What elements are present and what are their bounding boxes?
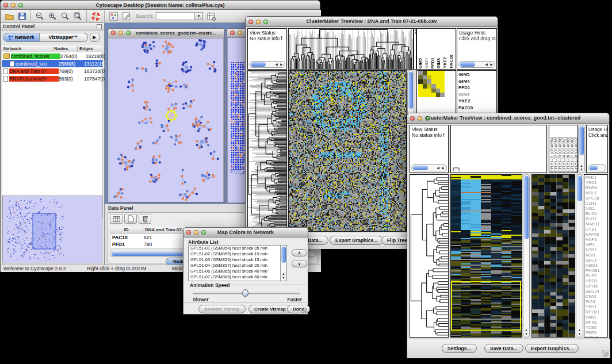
scrollbar-thumb[interactable] <box>281 247 286 263</box>
help-lifesaver-icon[interactable] <box>90 10 101 22</box>
gene-label[interactable]: PFD1 <box>584 175 607 180</box>
zoom-column-label[interactable]: GIM4 <box>424 58 430 68</box>
close-button[interactable] <box>3 3 8 7</box>
gene-label[interactable]: HMG1 <box>584 263 607 268</box>
zoom-heatmap-cell[interactable] <box>427 84 431 89</box>
view-status-hscrollbar[interactable]: ◀▶ <box>249 61 285 68</box>
usage-hints-hscrollbar[interactable]: ◀▶ <box>458 61 495 68</box>
gene-label[interactable]: NTR2 <box>584 247 607 252</box>
gene-label[interactable]: MAK31 <box>584 221 607 227</box>
scrollbar-thumb[interactable] <box>251 62 266 67</box>
view-status-hscrollbar[interactable]: ◀▶ <box>411 164 447 171</box>
tab-network[interactable]: Network <box>3 33 40 42</box>
scrollbar-thumb[interactable] <box>524 176 529 239</box>
scroll-arrows[interactable]: ▲▼ <box>576 328 583 336</box>
zoom-heatmap-cell[interactable] <box>418 71 423 75</box>
treeview-action-button[interactable]: Settings... <box>442 344 477 353</box>
zoom-heatmap-cell[interactable] <box>427 75 431 80</box>
network-window-1-titlebar[interactable]: combined_scores_good.txt--cluste... <box>108 29 224 37</box>
zoom-heatmap-cell[interactable] <box>423 71 427 75</box>
gene-label[interactable]: TCB3 <box>584 325 607 330</box>
zoom-row-label[interactable]: YKE2 <box>457 98 496 105</box>
network-view-1[interactable] <box>109 38 224 202</box>
dialog-button[interactable]: Animate Vizmap <box>198 305 246 313</box>
zoom-row-label[interactable]: PFD1 <box>457 85 496 91</box>
zoom-heatmap-cell[interactable] <box>431 89 436 93</box>
tv2-column-dendrogram[interactable] <box>450 125 547 173</box>
gene-label[interactable]: FIG4 <box>584 299 607 304</box>
treeview-action-button[interactable]: Save Data... <box>484 344 523 353</box>
gene-label[interactable]: HAP3 <box>584 237 607 242</box>
zoom-column-label[interactable]: GIM5 <box>418 58 424 68</box>
scrollbar-thumb[interactable] <box>413 166 428 170</box>
gene-label[interactable]: SEC1 <box>584 258 607 263</box>
gene-label[interactable]: GPI16 <box>584 283 607 289</box>
col-header-edges[interactable]: Edges <box>78 45 103 52</box>
zoom-heatmap-cell[interactable] <box>431 75 436 80</box>
zoom-heatmap-cell[interactable] <box>427 93 431 97</box>
array-column-label[interactable]: GPL51-07 (GSM868) <box>570 137 574 172</box>
minimize-button[interactable] <box>11 3 16 7</box>
zoom-heatmap-cell[interactable] <box>423 89 427 93</box>
scroll-left-icon[interactable]: ◀ <box>435 165 441 171</box>
tv2-zoom-heatmap[interactable] <box>531 174 575 338</box>
zoom-heatmap-cell[interactable] <box>431 79 436 84</box>
zoom-heatmap-cell[interactable] <box>440 89 445 93</box>
minimize-button[interactable] <box>118 30 123 35</box>
col-header-network[interactable]: Network <box>2 45 52 52</box>
zoom-heatmap-cell[interactable] <box>423 75 427 80</box>
zoom-heatmap-cell[interactable] <box>418 89 423 93</box>
tv2-main-heatmap[interactable] <box>450 174 522 338</box>
network-table-row[interactable]: DNA and Tran 07 769(0) 183728(0) <box>2 67 102 75</box>
vizmapper-icon[interactable] <box>108 10 119 22</box>
open-file-icon[interactable] <box>3 10 15 22</box>
zoom-heatmap-cell[interactable] <box>436 84 441 89</box>
treeview2-titlebar[interactable]: ClusterMaker TreeView : combined_scores_… <box>407 113 609 124</box>
zoom-fit-icon[interactable] <box>72 10 83 22</box>
tv1-global-heatmap[interactable] <box>288 70 407 232</box>
dialog-titlebar[interactable]: Map Colors to Network <box>183 228 308 237</box>
attribute-item[interactable]: GPL51-07 (GSM868) heat shock 60 min <box>189 274 286 280</box>
array-column-label[interactable]: GPL51-08 (GSM872) <box>574 137 578 172</box>
gene-label[interactable]: KAP95 <box>584 232 607 237</box>
zoom-heatmap-cell[interactable] <box>423 84 427 89</box>
tv1-zoom-heatmap[interactable] <box>418 71 445 97</box>
scroll-left-icon[interactable]: ◀ <box>274 62 279 67</box>
zoom-heatmap-cell[interactable] <box>440 79 445 84</box>
tab-overflow-button[interactable]: ▶ <box>90 33 100 42</box>
zoom-heatmap-cell[interactable] <box>431 93 436 97</box>
col-header-nodes[interactable]: Nodes <box>52 45 78 52</box>
zoom-row-label[interactable]: GIM4 <box>457 78 496 85</box>
zoom-button[interactable] <box>201 230 206 235</box>
minimize-button[interactable] <box>238 30 242 35</box>
gene-label[interactable]: SPC98 <box>584 196 607 201</box>
tv2-row-dendrogram[interactable] <box>410 174 449 338</box>
attribute-item[interactable]: GPL51-06 (GSM865) heat shock 40 min <box>189 269 286 274</box>
attribute-browser-icon[interactable] <box>205 10 217 22</box>
zoom-heatmap-cell[interactable] <box>440 71 445 75</box>
new-attribute-icon[interactable] <box>124 214 137 224</box>
gene-label[interactable]: MSL1 <box>584 190 607 196</box>
zoom-heatmap-cell[interactable] <box>436 89 441 93</box>
gene-label[interactable]: RNR4 <box>584 185 607 190</box>
birdseye-view[interactable] <box>2 196 102 263</box>
network-table-row[interactable]: combined_sco 2569(6) 13112(15) <box>2 60 102 67</box>
scrollbar-thumb[interactable] <box>408 72 413 109</box>
search-input[interactable] <box>156 12 195 20</box>
close-button[interactable] <box>410 116 415 121</box>
tab-vizmapper[interactable]: VizMapper™ <box>40 33 88 42</box>
zoom-row-label[interactable]: GIM5 <box>457 71 496 78</box>
delete-attribute-icon[interactable] <box>139 214 151 224</box>
zoom-heatmap-cell[interactable] <box>440 93 445 97</box>
tv1-row-dendrogram[interactable] <box>247 70 287 232</box>
treeview-action-button[interactable]: Export Graphics... <box>330 236 383 245</box>
zoom-heatmap-cell[interactable] <box>440 75 445 80</box>
minimize-button[interactable] <box>256 20 261 24</box>
annotation-icon[interactable] <box>120 10 132 22</box>
zoom-heatmap-cell[interactable] <box>418 79 423 84</box>
zoom-heatmap-cell[interactable] <box>418 75 423 80</box>
tv2-heatmap-vscrollbar[interactable]: ▲▼ <box>523 174 530 338</box>
zoom-row-label[interactable]: GIM3 <box>457 91 496 98</box>
tv1-column-dendrogram[interactable] <box>288 28 414 70</box>
save-icon[interactable] <box>16 10 28 22</box>
